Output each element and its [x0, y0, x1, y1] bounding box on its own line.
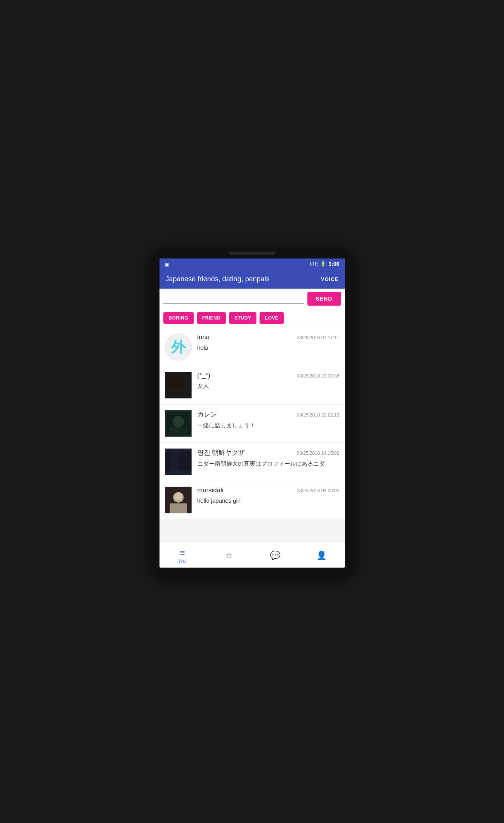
- empty-space: [160, 519, 345, 542]
- msg-content: luna 08/26/2018 01:17:11 hola: [197, 333, 339, 352]
- bottom-nav: ≡ Wall ☆ 💬 👤: [160, 543, 345, 568]
- msg-header: カレン 08/25/2018 22:22:12: [197, 410, 339, 419]
- tag-study[interactable]: STUDY: [229, 312, 256, 324]
- avatar-image: [165, 410, 192, 437]
- star-icon: ☆: [225, 551, 233, 561]
- msg-text: hello japanes girl: [197, 497, 339, 505]
- msg-text: 一緒に話しましょう！: [197, 421, 339, 429]
- phone-outer: ▣ LTE 🔋 3:06 Japanese friends, dating, p…: [152, 247, 353, 576]
- nav-label-wall: Wall: [178, 559, 187, 563]
- svg-point-5: [173, 416, 184, 427]
- avatar: [165, 486, 192, 514]
- message-item[interactable]: mursidali 08/25/2018 09:09:00 hello japa…: [160, 481, 345, 519]
- msg-username: (*_*): [197, 372, 210, 379]
- msg-username: 영진 朝鮮ヤクザ: [197, 448, 245, 457]
- svg-rect-12: [170, 503, 187, 513]
- msg-header: luna 08/26/2018 01:17:11: [197, 333, 339, 341]
- send-button[interactable]: SEND: [307, 292, 341, 306]
- avatar: [165, 372, 192, 399]
- status-time: 3:06: [328, 261, 339, 267]
- nav-item-favorites[interactable]: ☆: [206, 551, 252, 561]
- avatar-image: [165, 448, 192, 475]
- notification-icon: ▣: [165, 262, 169, 267]
- msg-text: ニダー南朝鮮犬の真実はプロフィールにあるニダ: [197, 459, 339, 468]
- svg-rect-2: [167, 377, 184, 388]
- msg-username: mursidali: [197, 486, 224, 494]
- msg-time: 08/25/2018 09:09:00: [297, 488, 339, 493]
- nav-item-messages[interactable]: 💬: [252, 551, 299, 561]
- msg-content: (*_*) 08/25/2018 23:00:38 女人: [197, 372, 339, 390]
- msg-text: hola: [197, 343, 339, 352]
- msg-time: 08/26/2018 01:17:11: [297, 335, 339, 340]
- message-item[interactable]: カレン 08/25/2018 22:22:12 一緒に話しましょう！: [160, 405, 345, 443]
- tag-love[interactable]: LOVE: [260, 312, 284, 324]
- profile-icon: 👤: [316, 551, 327, 561]
- chat-icon: 💬: [270, 551, 280, 561]
- msg-header: 영진 朝鮮ヤクザ 08/25/2018 14:15:02: [197, 448, 339, 457]
- phone-screen: ▣ LTE 🔋 3:06 Japanese friends, dating, p…: [160, 258, 345, 568]
- tag-boring[interactable]: BORING: [163, 312, 194, 324]
- svg-rect-9: [171, 451, 178, 473]
- msg-username: luna: [197, 333, 210, 341]
- message-item[interactable]: (*_*) 08/25/2018 23:00:38 女人: [160, 366, 345, 405]
- status-bar: ▣ LTE 🔋 3:06: [160, 258, 345, 269]
- msg-username: カレン: [197, 410, 217, 419]
- input-area: SEND: [160, 289, 345, 309]
- signal-icon: LTE: [310, 261, 318, 267]
- messages-list: 外 luna 08/26/2018 01:17:11 hola: [160, 328, 345, 543]
- message-item[interactable]: 外 luna 08/26/2018 01:17:11 hola: [160, 328, 345, 366]
- speaker: [229, 252, 275, 255]
- msg-time: 08/25/2018 23:00:38: [297, 373, 339, 379]
- msg-time: 08/25/2018 14:15:02: [297, 451, 339, 456]
- msg-time: 08/25/2018 22:22:12: [297, 412, 339, 418]
- avatar-image: [165, 372, 192, 399]
- msg-header: (*_*) 08/25/2018 23:00:38: [197, 372, 339, 379]
- wall-icon: ≡: [180, 548, 185, 558]
- voice-button[interactable]: VOICE: [321, 276, 338, 282]
- message-input[interactable]: [163, 294, 304, 304]
- msg-content: mursidali 08/25/2018 09:09:00 hello japa…: [197, 486, 339, 505]
- status-icons-left: ▣: [165, 260, 169, 267]
- tags-row: BORING FRIEND STUDY LOVE: [160, 309, 345, 328]
- app-bar: Japanese friends, dating, penpals VOICE: [160, 269, 345, 289]
- app-title: Japanese friends, dating, penpals: [166, 275, 270, 283]
- svg-rect-6: [169, 427, 188, 435]
- avatar-image: [165, 486, 192, 514]
- avatar: [165, 448, 192, 475]
- nav-item-profile[interactable]: 👤: [299, 551, 345, 561]
- message-item[interactable]: 영진 朝鮮ヤクザ 08/25/2018 14:15:02 ニダー南朝鮮犬の真実は…: [160, 443, 345, 481]
- battery-icon: 🔋: [320, 261, 326, 267]
- msg-text: 女人: [197, 382, 339, 390]
- msg-content: カレン 08/25/2018 22:22:12 一緒に話しましょう！: [197, 410, 339, 429]
- msg-header: mursidali 08/25/2018 09:09:00: [197, 486, 339, 494]
- avatar-kanji: 外: [171, 337, 186, 357]
- tag-friend[interactable]: FRIEND: [197, 312, 226, 324]
- avatar: [165, 410, 192, 437]
- nav-item-wall[interactable]: ≡ Wall: [160, 548, 206, 563]
- svg-point-13: [175, 493, 182, 500]
- msg-content: 영진 朝鮮ヤクザ 08/25/2018 14:15:02 ニダー南朝鮮犬の真実は…: [197, 448, 339, 468]
- avatar: 外: [165, 333, 192, 360]
